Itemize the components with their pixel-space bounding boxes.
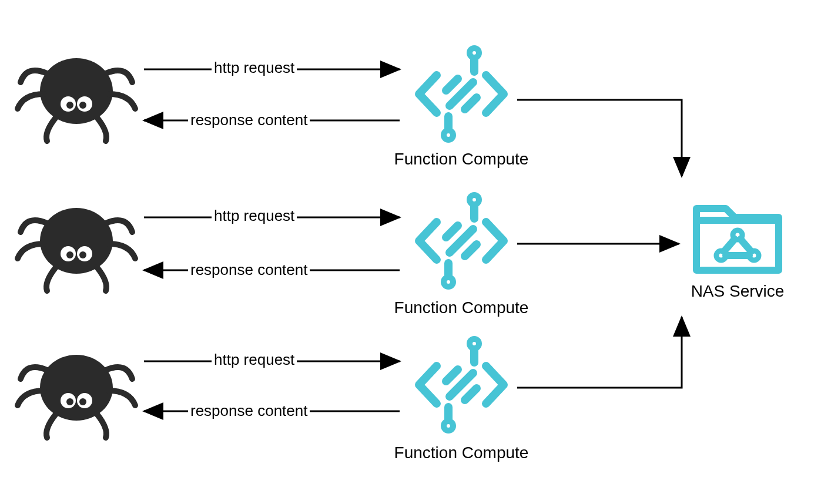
svg-point-10 (66, 251, 73, 258)
diagram-svg (0, 0, 831, 504)
arrow-fc3-nas (517, 317, 682, 388)
function-compute-icon-3 (419, 339, 504, 431)
response-label-2: response content (188, 261, 310, 279)
nas-service-icon (696, 209, 779, 270)
fc1-label: Function Compute (382, 150, 541, 169)
svg-point-5 (66, 102, 73, 109)
function-compute-icon-1 (419, 48, 504, 140)
svg-point-15 (66, 398, 73, 405)
svg-point-11 (79, 251, 86, 258)
response-label-3: response content (188, 402, 310, 420)
svg-point-2 (40, 58, 113, 124)
svg-point-12 (40, 355, 113, 421)
svg-line-33 (724, 239, 735, 251)
request-label-1: http request (212, 59, 297, 77)
spider-icon-3 (18, 355, 135, 438)
response-label-1: response content (188, 111, 310, 129)
arrow-fc1-nas (517, 100, 682, 176)
nas-label: NAS Service (679, 282, 796, 301)
request-label-2: http request (212, 207, 297, 225)
spider-icon-2 (18, 208, 135, 291)
svg-point-6 (79, 102, 86, 109)
fc3-label: Function Compute (382, 443, 541, 462)
svg-line-34 (740, 239, 751, 251)
svg-point-7 (40, 208, 113, 274)
fc2-label: Function Compute (382, 298, 541, 317)
function-compute-icon-2 (419, 195, 504, 287)
request-label-3: http request (212, 351, 297, 369)
svg-point-16 (79, 398, 86, 405)
spider-icon-1 (18, 58, 135, 141)
architecture-diagram: http request response content http reque… (0, 0, 831, 504)
